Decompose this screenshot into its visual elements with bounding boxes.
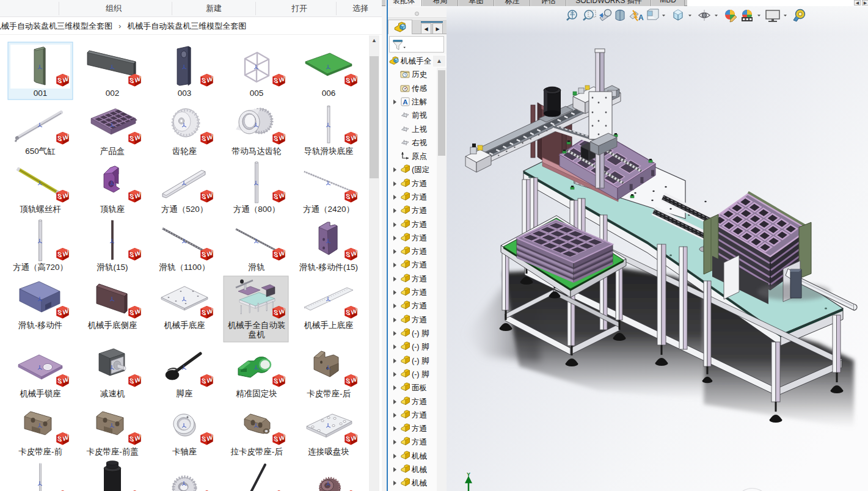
svg-text:机械手底座: 机械手底座 [164,321,205,330]
svg-text:齿轮座: 齿轮座 [172,147,197,156]
svg-text:A: A [638,13,644,22]
svg-text:产品盒: 产品盒 [100,147,125,156]
svg-text:精准固定块: 精准固定块 [236,389,277,398]
svg-text:650气缸: 650气缸 [25,147,56,156]
svg-text:方通（520）: 方通（520） [161,205,208,214]
svg-text:卡轴座: 卡轴座 [172,447,197,456]
svg-text:滑轨-移动件: 滑轨-移动件 [18,321,62,330]
svg-text:方通（2420）: 方通（2420） [303,205,354,214]
svg-text:顶轨座: 顶轨座 [100,205,125,214]
svg-text:连接吸盘块: 连接吸盘块 [308,447,349,456]
svg-text:003: 003 [178,89,192,98]
svg-text:机械手全自动装: 机械手全自动装 [228,321,286,330]
svg-text:顶轨螺丝杆: 顶轨螺丝杆 [20,205,61,214]
svg-text:方通（800）: 方通（800） [233,205,280,214]
svg-text:Y: Y [467,471,470,478]
svg-text:卡皮带座-前盖: 卡皮带座-前盖 [86,447,139,456]
svg-text:滑轨（1100）: 滑轨（1100） [159,263,210,272]
svg-text:机械手锁座: 机械手锁座 [20,389,61,398]
svg-text:006: 006 [322,89,336,98]
svg-text:卡皮带座-前: 卡皮带座-前 [18,447,62,456]
svg-text:拉卡皮带座-后: 拉卡皮带座-后 [230,447,283,456]
svg-text:滑轨(15): 滑轨(15) [97,263,128,272]
svg-text:带动马达齿轮: 带动马达齿轮 [232,147,282,156]
svg-text:002: 002 [106,89,120,98]
svg-text:脚座: 脚座 [177,389,193,398]
svg-text:卡皮带座-后: 卡皮带座-后 [307,389,351,398]
svg-text:导轨滑块底座: 导轨滑块底座 [304,147,354,156]
svg-text:滑轨: 滑轨 [249,263,266,272]
svg-text:滑轨-移动件(15): 滑轨-移动件(15) [299,263,358,272]
svg-text:盘机: 盘机 [249,330,266,339]
svg-text:机械手底侧座: 机械手底侧座 [88,321,137,330]
svg-text:机械手上底座: 机械手上底座 [304,321,354,330]
svg-text:减速机: 减速机 [100,389,125,398]
svg-text:005: 005 [250,89,264,98]
svg-text:方通（高720）: 方通（高720） [13,263,68,272]
svg-text:001: 001 [34,89,48,98]
